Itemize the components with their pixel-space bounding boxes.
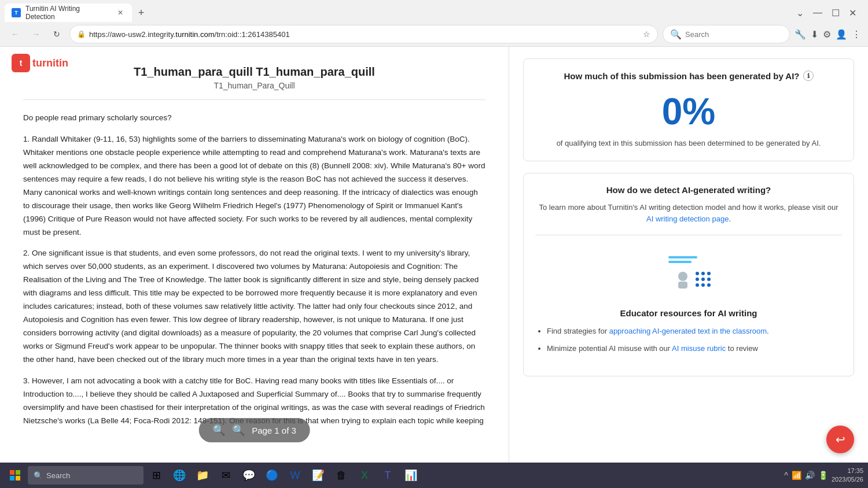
search-input[interactable] <box>685 30 778 39</box>
teams-icon[interactable]: T <box>377 465 398 486</box>
info-icon[interactable]: ℹ <box>803 71 814 81</box>
search-icon: 🔍 <box>670 29 682 40</box>
bookmark-icon[interactable]: ☆ <box>643 29 650 39</box>
tab-menu-icon[interactable]: ⌄ <box>796 8 804 19</box>
taskbar-right: ^ 📶 🔊 🔋 17:35 2023/05/26 <box>784 467 863 485</box>
minimize-icon[interactable]: — <box>813 8 822 18</box>
floating-action-button[interactable]: ↩ <box>826 426 854 453</box>
settings-icon[interactable]: ⚙ <box>823 29 831 40</box>
toolbar-icons: 🔧 ⬇ ⚙ 👤 ⋮ <box>795 29 861 40</box>
battery-icon[interactable]: 🔋 <box>818 471 828 480</box>
edu-list: Find strategies for approaching AI-gener… <box>535 325 842 355</box>
detect-link[interactable]: AI writing detection page <box>646 215 729 223</box>
word-icon[interactable]: W <box>285 465 306 486</box>
tab-controls: ⌄ — ☐ ✕ <box>796 8 863 19</box>
whatsapp-icon[interactable]: 💬 <box>238 465 259 486</box>
taskbar-search-icon: 🔍 <box>34 471 43 480</box>
taskbar-search-label: Search <box>46 471 70 480</box>
svg-point-8 <box>696 283 699 287</box>
doc-paragraph-1: 1. Randall Whitaker (9-11, 16, 53) highl… <box>23 133 486 239</box>
visio-icon[interactable]: 📊 <box>400 465 421 486</box>
network-icon[interactable]: 📶 <box>792 471 801 480</box>
page-nav-overlay: 🔍 🔍 Page 1 of 3 <box>198 418 310 442</box>
restore-icon[interactable]: ☐ <box>832 8 840 19</box>
edu-item-2-link[interactable]: AI misuse rubric <box>672 344 726 353</box>
back-button[interactable]: ← <box>7 26 23 42</box>
detect-prefix: To learn more about Turnitin's AI writin… <box>539 203 838 212</box>
page-nav-zoom-in[interactable]: 🔍 <box>232 424 245 437</box>
page-nav-zoom-out[interactable]: 🔍 <box>212 424 225 437</box>
edu-item-2-prefix: Minimize potential AI misuse with our <box>547 344 672 353</box>
svg-point-4 <box>707 272 711 275</box>
forward-button[interactable]: → <box>28 26 44 42</box>
detect-text: To learn more about Turnitin's AI writin… <box>535 202 842 226</box>
educator-resources: Educator resources for AI writing Find s… <box>535 304 842 364</box>
windows-logo-icon <box>10 470 20 480</box>
ai-description: of qualifying text in this submission ha… <box>535 138 842 149</box>
task-view-icon[interactable]: ⊞ <box>146 465 167 486</box>
svg-rect-14 <box>16 470 20 475</box>
edu-title: Educator resources for AI writing <box>535 308 842 318</box>
ai-percentage: 0% <box>535 90 842 133</box>
doc-paragraph-2: 2. One significant issue is that student… <box>23 247 486 366</box>
lock-icon: 🔒 <box>77 30 86 38</box>
logo-text: turnitin <box>32 57 68 69</box>
svg-rect-12 <box>678 282 687 289</box>
svg-point-10 <box>707 283 711 287</box>
close-window-icon[interactable]: ✕ <box>849 8 856 19</box>
files-icon[interactable]: 📁 <box>192 465 213 486</box>
svg-rect-15 <box>10 476 14 480</box>
illustration-container <box>535 245 842 297</box>
notes-icon[interactable]: 📝 <box>308 465 329 486</box>
profile-icon[interactable]: 👤 <box>836 29 847 40</box>
page-header: T1_human_para_quill T1_human_para_quill … <box>23 58 486 100</box>
new-tab-button[interactable]: + <box>134 6 148 20</box>
refresh-button[interactable]: ↻ <box>49 26 65 42</box>
svg-rect-0 <box>668 256 697 258</box>
ai-question: How much of this submission has been gen… <box>535 71 842 81</box>
url-domain: turnitin.com <box>175 30 214 39</box>
floating-icon: ↩ <box>836 432 845 446</box>
tab-close-button[interactable]: ✕ <box>116 8 125 17</box>
mail-icon[interactable]: ✉ <box>215 465 236 486</box>
taskbar-time-display: 17:35 <box>832 467 863 475</box>
tab-favicon: T <box>12 8 21 17</box>
tab-title: Turnitin AI Writing Detection <box>25 5 111 21</box>
active-tab[interactable]: T Turnitin AI Writing Detection ✕ <box>5 3 132 22</box>
more-icon[interactable]: ⋮ <box>852 29 861 40</box>
taskbar: 🔍 Search ⊞ 🌐 📁 ✉ 💬 🔵 W 📝 🗑 X T 📊 ^ 📶 🔊 🔋… <box>0 463 868 488</box>
logo-icon: t <box>12 54 30 72</box>
recycle-icon[interactable]: 🗑 <box>331 465 352 486</box>
detect-suffix: . <box>729 215 731 223</box>
detect-title: How do we detect AI-generated writing? <box>535 185 842 195</box>
edu-item-1-suffix: . <box>767 327 769 335</box>
ai-question-text: How much of this submission has been gen… <box>564 71 799 81</box>
address-url: https://awo-usw2.integrity.turnitin.com/… <box>89 30 635 39</box>
edu-list-item-2: Minimize potential AI misuse with our AI… <box>547 342 842 355</box>
edu-item-1-link[interactable]: approaching AI-generated text in the cla… <box>609 327 767 335</box>
taskbar-search-bar[interactable]: 🔍 Search <box>28 466 144 485</box>
address-bar-row: ← → ↻ 🔒 https://awo-usw2.integrity.turni… <box>0 22 868 46</box>
document-area: t turnitin T1_human_para_quill T1_human_… <box>0 47 509 488</box>
browser-icon[interactable]: 🔵 <box>262 465 282 486</box>
svg-point-6 <box>701 278 705 281</box>
svg-point-11 <box>678 272 687 281</box>
address-bar[interactable]: 🔒 https://awo-usw2.integrity.turnitin.co… <box>69 25 658 43</box>
ai-score-section: How much of this submission has been gen… <box>523 58 854 161</box>
url-suffix: /trn:oid::1:2614385401 <box>215 30 290 39</box>
page-nav-text: Page 1 of 3 <box>252 426 296 435</box>
edge-icon[interactable]: 🌐 <box>169 465 190 486</box>
chevron-icon[interactable]: ^ <box>784 471 788 480</box>
download-icon[interactable]: ⬇ <box>811 29 818 40</box>
excel-icon[interactable]: X <box>354 465 375 486</box>
url-prefix: https://awo-usw2.integrity. <box>89 30 175 39</box>
taskbar-date-display: 2023/05/26 <box>832 475 863 484</box>
divider <box>535 235 842 235</box>
browser-search-bar[interactable]: 🔍 <box>663 25 790 43</box>
volume-icon[interactable]: 🔊 <box>805 471 815 480</box>
start-button[interactable] <box>5 465 25 486</box>
extensions-icon[interactable]: 🔧 <box>795 29 806 40</box>
taskbar-clock: 17:35 2023/05/26 <box>832 467 863 485</box>
svg-point-3 <box>701 272 705 275</box>
turnitin-logo: t turnitin <box>12 54 68 72</box>
